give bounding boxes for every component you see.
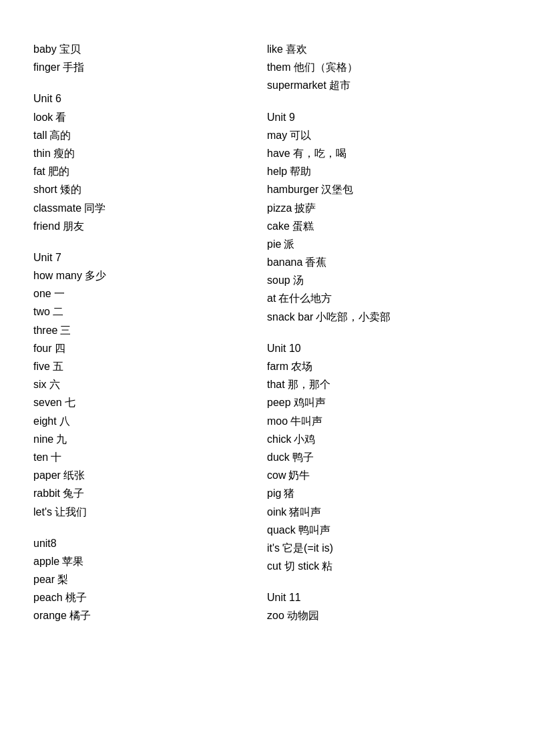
english-word: may xyxy=(267,130,287,141)
right-column: like 喜欢them 他们（宾格）supermarket 超市Unit 9ma… xyxy=(267,40,501,625)
vocabulary-entry: peach 桃子 xyxy=(33,588,267,606)
english-word: three xyxy=(33,325,57,336)
spacer xyxy=(33,521,267,525)
vocabulary-entry: pie 派 xyxy=(267,235,501,253)
english-word: pizza xyxy=(267,202,292,214)
english-word: peep xyxy=(267,397,291,408)
section-header: Unit 10 xyxy=(267,339,501,357)
chinese-translation: 香蕉 xyxy=(305,256,326,268)
english-word: one xyxy=(33,288,51,299)
vocabulary-entry: chick 小鸡 xyxy=(267,430,501,448)
english-word: eight xyxy=(33,415,57,427)
english-word: short xyxy=(33,184,57,195)
spacer xyxy=(267,575,501,579)
english-word: farm xyxy=(267,361,288,372)
chinese-translation: 牛叫声 xyxy=(290,415,322,427)
english-word: that xyxy=(267,379,285,390)
chinese-translation: 汉堡包 xyxy=(321,184,353,195)
chinese-translation: 梨 xyxy=(57,574,68,585)
english-word: supermarket xyxy=(267,79,326,91)
chinese-translation: 让我们 xyxy=(55,506,87,518)
chinese-translation: 有，吃，喝 xyxy=(293,148,346,159)
vocabulary-entry: baby 宝贝 xyxy=(33,40,267,58)
english-word: them xyxy=(267,61,291,73)
vocabulary-entry: orange 橘子 xyxy=(33,606,267,624)
vocabulary-entry: at 在什么地方 xyxy=(267,289,501,307)
chinese-translation: 看 xyxy=(55,112,66,123)
vocabulary-entry: farm 农场 xyxy=(267,357,501,375)
english-word: at xyxy=(267,293,276,304)
english-word: cut 切 stick xyxy=(267,560,319,572)
english-word: help xyxy=(267,166,287,177)
english-word: look xyxy=(33,112,53,123)
vocabulary-entry: hamburger 汉堡包 xyxy=(267,180,501,198)
english-word: banana xyxy=(267,256,302,268)
vocabulary-entry: that 那，那个 xyxy=(267,375,501,393)
vocabulary-entry: short 矮的 xyxy=(33,180,267,198)
chinese-translation: 苹果 xyxy=(62,556,83,567)
vocabulary-entry: three 三 xyxy=(33,321,267,339)
chinese-translation: 七 xyxy=(65,397,75,408)
chinese-translation: 奶牛 xyxy=(288,469,310,481)
chinese-translation: 五 xyxy=(53,361,63,372)
vocabulary-entry: quack 鸭叫声 xyxy=(267,521,501,539)
vocabulary-entry: zoo 动物园 xyxy=(267,606,501,624)
chinese-translation: 那，那个 xyxy=(288,379,330,390)
english-word: finger xyxy=(33,61,60,73)
vocabulary-entry: peep 鸡叫声 xyxy=(267,393,501,411)
english-word: pig xyxy=(267,488,281,499)
vocabulary-entry: four 四 xyxy=(33,339,267,357)
english-word: baby xyxy=(33,43,57,55)
chinese-translation: 猪叫声 xyxy=(289,506,321,518)
vocabulary-entry: have 有，吃，喝 xyxy=(267,144,501,162)
vocabulary-entry: duck 鸭子 xyxy=(267,448,501,466)
english-word: oink xyxy=(267,506,286,518)
chinese-translation: 小吃部，小卖部 xyxy=(316,311,390,323)
chinese-translation: 纸张 xyxy=(63,469,85,481)
chinese-translation: 六 xyxy=(49,379,60,390)
chinese-translation: 喜欢 xyxy=(286,43,307,55)
english-word: thin xyxy=(33,148,51,159)
chinese-translation: 橘子 xyxy=(69,610,91,621)
english-word: nine xyxy=(33,433,53,445)
english-word: it's xyxy=(267,542,280,554)
vocabulary-entry: cake 蛋糕 xyxy=(267,217,501,235)
spacer xyxy=(267,95,501,99)
vocabulary-entry: fat 肥的 xyxy=(33,162,267,180)
vocabulary-entry: look 看 xyxy=(33,108,267,126)
english-word: moo xyxy=(267,415,288,427)
vocabulary-entry: apple 苹果 xyxy=(33,552,267,570)
vocabulary-entry: pig 猪 xyxy=(267,484,501,502)
vocabulary-entry: how many 多少 xyxy=(33,266,267,285)
english-word: zoo xyxy=(267,610,284,621)
english-word: paper xyxy=(33,469,61,481)
vocabulary-entry: banana 香蕉 xyxy=(267,253,501,271)
chinese-translation: 手指 xyxy=(63,61,84,73)
vocabulary-entry: cow 奶牛 xyxy=(267,466,501,484)
chinese-translation: 八 xyxy=(59,415,70,427)
english-word: cake xyxy=(267,220,290,232)
vocabulary-entry: six 六 xyxy=(33,375,267,393)
english-word: snack bar xyxy=(267,311,313,323)
chinese-translation: 粘 xyxy=(322,560,332,572)
english-word: have xyxy=(267,148,290,159)
chinese-translation: 矮的 xyxy=(60,184,81,195)
vocabulary-entry: soup 汤 xyxy=(267,271,501,289)
chinese-translation: 蛋糕 xyxy=(292,220,314,232)
chinese-translation: 鸭子 xyxy=(292,451,314,463)
english-word: peach xyxy=(33,592,63,603)
chinese-translation: 肥的 xyxy=(48,166,69,177)
chinese-translation: 鸡叫声 xyxy=(294,397,326,408)
english-word: like xyxy=(267,43,283,55)
chinese-translation: 九 xyxy=(56,433,67,445)
vocabulary-entry: eight 八 xyxy=(33,412,267,430)
english-word: tall xyxy=(33,130,47,141)
vocabulary-entry: rabbit 兔子 xyxy=(33,484,267,502)
section-header: Unit 11 xyxy=(267,588,501,606)
vocabulary-entry: tall 高的 xyxy=(33,126,267,144)
chinese-translation: 鸭叫声 xyxy=(298,524,330,536)
english-word: two xyxy=(33,306,50,317)
english-word: cow xyxy=(267,469,286,481)
section-header: Unit 9 xyxy=(267,108,501,126)
english-word: orange xyxy=(33,610,67,621)
